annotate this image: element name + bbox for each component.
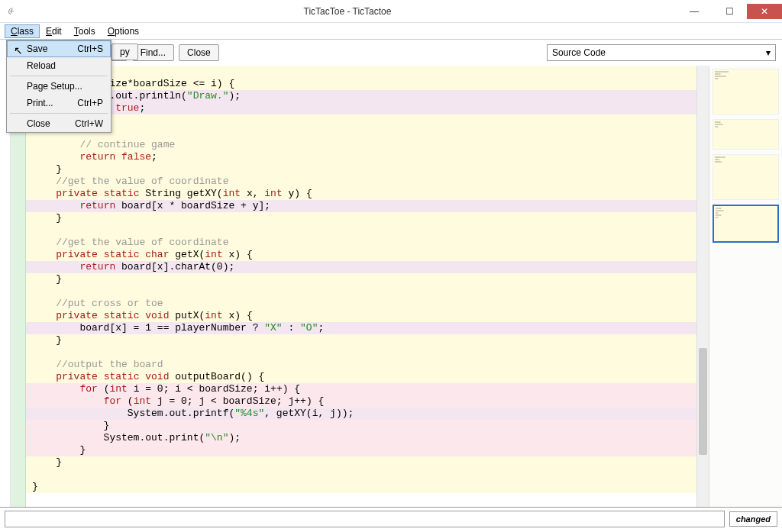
code-line[interactable]: m.out.println("Draw."); xyxy=(26,90,696,102)
menu-item-save[interactable]: SaveCtrl+S xyxy=(7,40,111,57)
code-line[interactable]: // continue game xyxy=(26,139,696,151)
code-line[interactable]: n true; xyxy=(26,102,696,114)
code-line[interactable]: } xyxy=(26,444,696,456)
menu-item-reload[interactable]: Reload xyxy=(7,57,111,74)
code-line[interactable]: for (int j = 0; j < boardSize; j++) { xyxy=(26,395,696,408)
menu-edit[interactable]: Edit xyxy=(40,24,68,38)
copy-button-partial[interactable]: py xyxy=(111,44,138,60)
minimap-block[interactable]: xxxxxxxxxxxxxxxxxxx xyxy=(713,154,779,200)
maximize-button[interactable]: ☐ xyxy=(712,4,747,19)
window-controls: — ☐ ✕ xyxy=(677,4,782,19)
app-icon: ⨭ xyxy=(6,5,18,18)
code-line[interactable] xyxy=(26,224,696,237)
menu-class[interactable]: Class xyxy=(5,24,40,38)
menu-tools[interactable]: Tools xyxy=(68,24,102,38)
close-button[interactable]: Close xyxy=(179,44,219,61)
code-line[interactable]: board[x] = 1 == playerNumber ? "X" : "O"… xyxy=(26,322,696,334)
menubar: ClassEditToolsOptions xyxy=(0,23,782,40)
statusbar: changed xyxy=(0,507,782,530)
code-line[interactable]: } xyxy=(26,273,696,285)
code-line[interactable]: } xyxy=(26,114,696,127)
chevron-down-icon: ▾ xyxy=(766,47,771,58)
code-line[interactable] xyxy=(26,469,696,481)
code-line[interactable]: //output the board xyxy=(26,359,696,371)
minimap-block[interactable]: xxxxxxxxxxxxxxxxxxxxxxxxxxxxxx xyxy=(713,69,779,114)
menu-separator xyxy=(10,113,108,114)
changed-indicator: changed xyxy=(729,511,777,527)
code-line[interactable]: private static String getXY(int x, int y… xyxy=(26,188,696,200)
code-line[interactable]: Size*boardSize <= i) { xyxy=(26,78,696,90)
minimize-button[interactable]: — xyxy=(677,4,712,19)
code-line[interactable]: } xyxy=(26,420,696,432)
menu-separator xyxy=(10,76,108,76)
code-editor[interactable]: Size*boardSize <= i) { m.out.println("Dr… xyxy=(11,66,696,507)
view-selector[interactable]: Source Code ▾ xyxy=(547,44,776,61)
code-line[interactable] xyxy=(26,285,696,298)
code-line[interactable]: private static char getX(int x) { xyxy=(26,249,696,261)
code-line[interactable]: } xyxy=(26,481,696,493)
class-menu-dropdown: SaveCtrl+SReloadPage Setup...Print...Ctr… xyxy=(6,40,111,133)
main-area: Size*boardSize <= i) { m.out.println("Dr… xyxy=(0,66,782,507)
menu-options[interactable]: Options xyxy=(102,24,145,38)
code-line[interactable]: System.out.printf("%4s", getXY(i, j)); xyxy=(26,408,696,420)
scrollbar-thumb[interactable] xyxy=(699,348,707,455)
menu-item-print-[interactable]: Print...Ctrl+P xyxy=(7,95,111,111)
titlebar: ⨭ TicTacToe - TicTactoe — ☐ ✕ xyxy=(0,0,782,23)
minimap-block-active[interactable]: xxxxxxxxxxxxxxxxxxxxx xyxy=(713,205,779,243)
code-line[interactable]: //get the value of coordinate xyxy=(26,237,696,249)
code-line[interactable]: //get the value of coordinate xyxy=(26,176,696,188)
code-line[interactable]: } xyxy=(26,456,696,469)
close-window-button[interactable]: ✕ xyxy=(747,4,782,19)
code-line[interactable] xyxy=(26,66,696,78)
code-line[interactable]: return board[x * boardSize + y]; xyxy=(26,200,696,212)
window-title: TicTacToe - TicTactoe xyxy=(18,6,677,17)
code-line[interactable] xyxy=(26,347,696,359)
code-line[interactable]: private static void outputBoard() { xyxy=(26,371,696,383)
code-line[interactable]: System.out.print("\n"); xyxy=(26,432,696,444)
menu-item-close[interactable]: CloseCtrl+W xyxy=(7,115,111,132)
minimap-block[interactable]: xxxxxxxxxxxxxxx xyxy=(713,119,779,150)
view-selector-label: Source Code xyxy=(552,47,606,58)
code-content[interactable]: Size*boardSize <= i) { m.out.println("Dr… xyxy=(26,66,696,493)
code-line[interactable]: //put cross or toe xyxy=(26,298,696,310)
minimap[interactable]: xxxxxxxxxxxxxxxxxxxxxxxxxxxxxx xxxxxxxxx… xyxy=(709,66,782,507)
status-input[interactable] xyxy=(5,511,725,527)
code-line[interactable] xyxy=(26,127,696,139)
code-line[interactable]: return false; xyxy=(26,151,696,163)
code-line[interactable]: for (int i = 0; i < boardSize; i++) { xyxy=(26,383,696,395)
menu-item-page-setup-[interactable]: Page Setup... xyxy=(7,78,111,95)
code-line[interactable]: } xyxy=(26,334,696,347)
code-line[interactable]: } xyxy=(26,163,696,176)
find--button[interactable]: Find... xyxy=(132,44,174,61)
code-line[interactable]: } xyxy=(26,212,696,224)
code-line[interactable]: private static void putX(int x) { xyxy=(26,310,696,322)
code-line[interactable]: return board[x].charAt(0); xyxy=(26,261,696,273)
vertical-scrollbar[interactable] xyxy=(696,66,709,507)
